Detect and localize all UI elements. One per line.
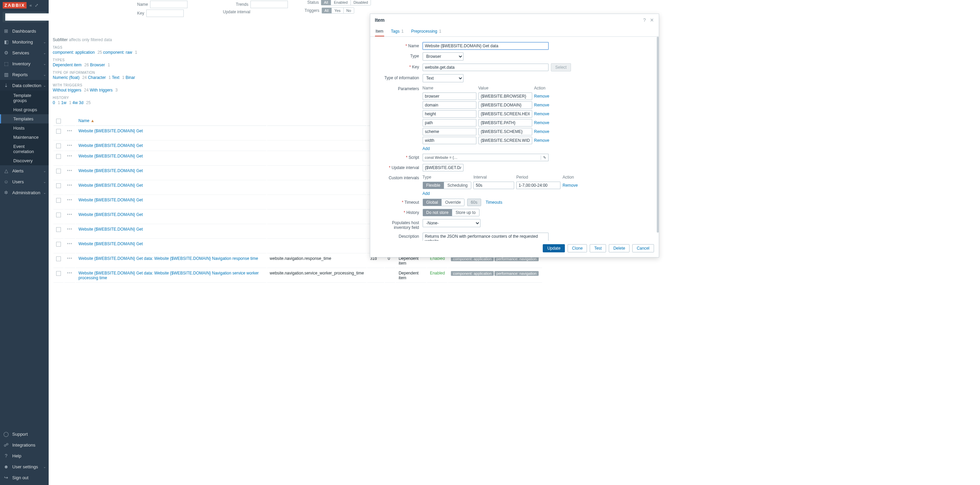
menu-icon: ? [3, 453, 9, 458]
pencil-icon[interactable]: ✎ [541, 156, 546, 160]
menu-label: Users [12, 179, 24, 184]
param-value-field[interactable] [479, 137, 532, 144]
menu-icon: ▥ [3, 72, 9, 77]
history-seg[interactable]: Do not storeStore up to [423, 209, 479, 216]
test-button[interactable]: Test [590, 244, 606, 252]
sidebar-item-monitoring[interactable]: ◧Monitoring⌄ [0, 37, 49, 47]
label-script: Script [409, 155, 419, 160]
close-icon[interactable]: ✕ [650, 17, 654, 23]
menu-label: Services [12, 50, 29, 56]
ci-remove-link[interactable]: Remove [563, 183, 578, 188]
key-field[interactable] [423, 64, 549, 71]
param-value-field[interactable] [479, 101, 532, 109]
sidebar-search[interactable]: 🔍 [3, 12, 46, 22]
sidebar-item-services[interactable]: ⚙Services⌄ [0, 47, 49, 58]
scrollbar[interactable] [657, 37, 659, 241]
sidebar-subitem-host-groups[interactable]: Host groups [0, 105, 49, 114]
seg-opt-store-up-to[interactable]: Store up to [452, 209, 479, 216]
param-value-field[interactable] [479, 119, 532, 127]
param-name-field[interactable] [423, 137, 476, 144]
tab-item[interactable]: Item [375, 27, 384, 37]
param-name-field[interactable] [423, 101, 476, 109]
label-params: Parameters [398, 86, 419, 91]
ci-period-field[interactable] [516, 181, 560, 189]
timeout-seg[interactable]: GlobalOverride [423, 199, 465, 206]
custint-table: Type Interval Period Action FlexibleSche… [423, 174, 580, 190]
param-value-field[interactable] [479, 110, 532, 118]
delete-button[interactable]: Delete [609, 244, 630, 252]
param-remove-link[interactable]: Remove [534, 103, 550, 108]
sidebar-bottom-user-settings[interactable]: ☻User settings⌄ [0, 461, 49, 472]
param-name-field[interactable] [423, 128, 476, 135]
sidebar-item-administration[interactable]: ✲Administration⌄ [0, 187, 49, 198]
modal-overlay: Item ? ✕ ItemTags 1Preprocessing 1 * Nam… [49, 0, 980, 485]
param-value-field[interactable] [479, 92, 532, 100]
param-row: Remove [423, 136, 552, 145]
name-field[interactable] [423, 42, 549, 50]
seg-opt-scheduling[interactable]: Scheduling [444, 182, 471, 189]
sidebar-subitem-event-correlation[interactable]: Event correlation [0, 142, 49, 156]
sidebar-item-reports[interactable]: ▥Reports⌄ [0, 69, 49, 80]
tab-preprocessing[interactable]: Preprocessing 1 [410, 27, 442, 37]
ci-add-link[interactable]: Add [423, 190, 430, 196]
sidebar-bottom-support[interactable]: ◯Support [0, 429, 49, 439]
logo: ZABBIX [3, 2, 27, 8]
script-preview: const Website = {… [425, 156, 458, 159]
param-name-field[interactable] [423, 119, 476, 127]
timeouts-link[interactable]: Timeouts [485, 200, 502, 205]
dialog-footer: Update Clone Test Delete Cancel [370, 241, 659, 257]
param-name-field[interactable] [423, 110, 476, 118]
param-col-name: Name [423, 85, 479, 92]
param-remove-link[interactable]: Remove [534, 121, 550, 125]
sidebar-subitem-hosts[interactable]: Hosts [0, 124, 49, 133]
seg-opt-override[interactable]: Override [441, 199, 464, 206]
description-field[interactable]: Returns the JSON with performance counte… [423, 233, 549, 241]
param-remove-link[interactable]: Remove [534, 111, 550, 116]
param-col-value: Value [479, 85, 534, 92]
seg-opt-do-not-store[interactable]: Do not store [423, 209, 452, 216]
label-updint: Update interval [392, 165, 419, 170]
sidebar-bottom-sign-out[interactable]: ↪Sign out [0, 472, 49, 483]
updint-field[interactable] [423, 164, 463, 172]
timeout-value: 60s [468, 199, 481, 206]
type-select[interactable]: Browser [423, 52, 463, 60]
param-remove-link[interactable]: Remove [534, 129, 550, 134]
seg-opt-global[interactable]: Global [423, 199, 442, 206]
sidebar-item-inventory[interactable]: ⬚Inventory⌄ [0, 58, 49, 69]
clone-button[interactable]: Clone [568, 244, 587, 252]
help-icon[interactable]: ? [643, 17, 646, 23]
ci-col-period: Period [516, 174, 563, 181]
cancel-button[interactable]: Cancel [632, 244, 654, 252]
menu-label: Administration [12, 190, 40, 195]
sidebar-subitem-template-groups[interactable]: Template groups [0, 91, 49, 105]
sidebar-subitem-discovery[interactable]: Discovery [0, 156, 49, 165]
menu-label: User settings [12, 464, 38, 469]
menu-label: Alerts [12, 169, 24, 173]
sidebar-subitem-maintenance[interactable]: Maintenance [0, 133, 49, 142]
sidebar-item-alerts[interactable]: △Alerts⌄ [0, 165, 49, 176]
menu-icon: ☻ [3, 464, 9, 469]
param-remove-link[interactable]: Remove [534, 94, 550, 99]
sidebar-bottom-help[interactable]: ?Help [0, 450, 49, 461]
param-value-field[interactable] [479, 128, 532, 135]
collapse-icon[interactable]: « [29, 3, 32, 8]
tab-tags[interactable]: Tags 1 [390, 27, 404, 37]
update-button[interactable]: Update [543, 244, 565, 252]
inventory-select[interactable]: -None- [423, 219, 480, 227]
seg-opt-flexible[interactable]: Flexible [423, 182, 444, 189]
toi-select[interactable]: Text [423, 74, 463, 82]
menu-icon: ☍ [3, 442, 9, 448]
sidebar-item-data-collection[interactable]: ⇣Data collection⌄ [0, 80, 49, 91]
param-row: Remove [423, 110, 552, 118]
ci-type-seg[interactable]: FlexibleScheduling [423, 181, 472, 189]
ci-interval-field[interactable] [473, 181, 514, 189]
param-name-field[interactable] [423, 92, 476, 100]
sidebar-item-users[interactable]: ☺Users⌄ [0, 176, 49, 187]
sidebar-item-dashboards[interactable]: ⊞Dashboards [0, 25, 49, 37]
param-add-link[interactable]: Add [423, 145, 430, 151]
script-box[interactable]: const Website = {… ✎ [423, 154, 549, 161]
param-remove-link[interactable]: Remove [534, 138, 550, 143]
sidebar-bottom-integrations[interactable]: ☍Integrations [0, 439, 49, 450]
expand-icon[interactable]: ⤢ [35, 3, 38, 8]
sidebar-subitem-templates[interactable]: Templates [0, 114, 49, 124]
